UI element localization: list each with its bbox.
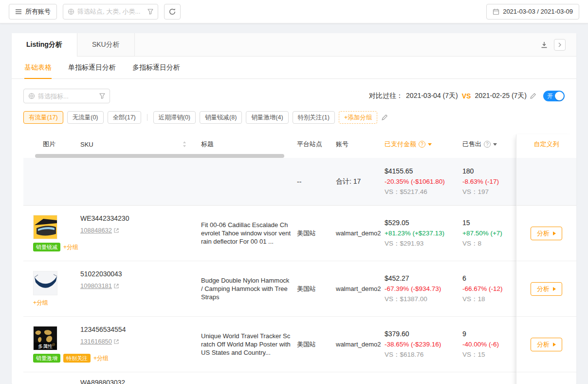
chip-stagnant[interactable]: 近期滞销(0)	[153, 111, 196, 124]
edit-groups-pencil-icon[interactable]	[381, 114, 388, 121]
chip-special-watch[interactable]: 特别关注(1)	[293, 111, 335, 124]
chip-sales-surge[interactable]: 销量激增(4)	[246, 111, 288, 124]
play-icon	[553, 287, 556, 291]
add-group-button[interactable]: +添加分组	[339, 111, 377, 124]
account-cell: walmart_demo2	[336, 341, 385, 348]
chip-no-traffic[interactable]: 无流量(0)	[67, 111, 104, 124]
listing-id: 109803181	[80, 282, 112, 289]
compare-toggle[interactable]: 开	[543, 91, 565, 101]
paid-vs: VS：$618.76	[385, 349, 462, 360]
header-paid-amount[interactable]: 已支付金额 ?	[385, 140, 462, 149]
sold-value: 15	[462, 218, 516, 228]
sort-icon[interactable]	[183, 141, 186, 147]
subtab-multi-metric-daily[interactable]: 多指标逐日分析	[132, 57, 180, 79]
help-icon: ?	[419, 141, 425, 148]
compare-period-current: 2021-03-04 (7天)	[406, 92, 458, 100]
paid-value: $379.60	[385, 329, 462, 339]
header-sku[interactable]: SKU	[80, 141, 201, 148]
header-sold-label: 已售出	[462, 140, 481, 149]
filter-icon	[99, 93, 105, 99]
row-badges: +分组	[33, 299, 48, 307]
paid-vs: VS：$291.93	[385, 238, 462, 249]
download-icon[interactable]	[540, 41, 548, 49]
toolbar-row: 对比过往： 2021-03-04 (7天) VS 2021-02-25 (7天)…	[12, 79, 576, 103]
account-cell: walmart_demo2	[336, 285, 385, 292]
header-paid-label: 已支付金额	[385, 140, 416, 149]
sold-change: -66.67% (-12)	[462, 284, 516, 294]
caret-down-icon[interactable]	[428, 143, 432, 146]
listing-id: 131616850	[80, 338, 112, 345]
chip-has-traffic[interactable]: 有流量(17)	[23, 111, 63, 124]
tab-listing-analysis[interactable]: Listing分析	[12, 33, 77, 56]
analyze-label: 分析	[537, 285, 550, 293]
listing-id-link[interactable]: 108848632	[80, 227, 119, 234]
subtab-basic-table[interactable]: 基础表格	[24, 57, 52, 79]
analyze-button[interactable]: 分析	[531, 227, 562, 240]
header-custom-columns[interactable]: 自定义列	[516, 134, 576, 154]
status-badge: 销量激增	[33, 354, 60, 363]
add-to-group-link[interactable]: +分组	[93, 354, 109, 363]
site-filter-input[interactable]	[63, 4, 158, 19]
tab-sku-analysis[interactable]: SKU分析	[77, 33, 135, 56]
metric-filter-field[interactable]	[38, 93, 96, 100]
main-card: Listing分析 SKU分析 基础表格 单指标逐日分析 多指标逐日分析	[12, 33, 576, 384]
analyze-button[interactable]: 分析	[531, 338, 562, 351]
summary-sold-metric: 180 -8.63% (-17) VS：197	[462, 166, 516, 197]
chevron-right-icon	[557, 42, 562, 47]
summary-account-total: 合计: 17	[336, 177, 385, 186]
analyze-label: 分析	[537, 229, 550, 238]
listing-id-link[interactable]: 109803181	[80, 282, 119, 289]
sold-value: 180	[462, 166, 516, 176]
refresh-button[interactable]	[164, 4, 181, 19]
menu-icon	[15, 9, 22, 15]
table-row: 多属性 销量激增 特别关注 +分组 123456534554 131616850	[23, 317, 516, 372]
product-image[interactable]	[33, 215, 57, 239]
chip-sales-drop[interactable]: 销量锐减(8)	[200, 111, 242, 124]
filter-icon	[147, 9, 153, 15]
globe-icon	[68, 8, 74, 15]
chip-all[interactable]: 全部(17)	[108, 111, 141, 124]
product-image[interactable]: 多属性	[33, 326, 57, 350]
toggle-on-label: 开	[547, 93, 553, 99]
external-link-icon	[114, 339, 119, 344]
sold-vs: VS：15	[462, 349, 516, 360]
sold-value: 9	[462, 329, 516, 339]
sold-vs: VS：197	[462, 187, 516, 197]
sku-value: 51022030043	[80, 270, 201, 278]
caret-down-icon[interactable]	[493, 143, 497, 146]
paid-value: $452.27	[385, 273, 462, 284]
sku-value: WE3442334230	[80, 214, 201, 222]
sold-change: -40.00% (-6)	[462, 339, 516, 349]
expand-button[interactable]	[554, 39, 566, 51]
tabbar-actions	[540, 33, 576, 56]
calendar-icon	[493, 8, 499, 15]
listing-title: Unique World Travel Tracker Scratch Off …	[201, 332, 291, 357]
sku-value: WA898803032	[80, 379, 201, 384]
header-sold[interactable]: 已售出 ?	[462, 140, 516, 149]
site-filter-field[interactable]	[77, 8, 145, 15]
tab-bar: Listing分析 SKU分析	[12, 33, 576, 57]
add-to-group-link[interactable]: +分组	[33, 299, 48, 307]
table-row: WA898803032	[23, 372, 516, 384]
summary-site: --	[297, 178, 336, 186]
subtab-single-metric-daily[interactable]: 单指标逐日分析	[68, 57, 116, 79]
scrollbar-thumb[interactable]	[35, 154, 284, 158]
tab-sku-label: SKU分析	[92, 40, 120, 49]
summary-paid-metric: $4155.65 -20.35% (-$1061.80) VS：$5217.46	[385, 166, 462, 197]
date-range-label: 2021-03-03 / 2021-03-09	[503, 8, 573, 15]
site-cell: 美国站	[297, 229, 336, 238]
product-image[interactable]	[33, 271, 57, 295]
sku-cell: 123456534554 131616850	[80, 317, 201, 345]
product-cell: +分组	[23, 271, 80, 307]
listing-id-link[interactable]: 131616850	[80, 338, 119, 345]
site-cell: 美国站	[297, 285, 336, 293]
metric-filter-input[interactable]	[23, 89, 110, 103]
sold-change: +87.50% (+7)	[462, 228, 516, 238]
edit-pencil-icon[interactable]	[530, 93, 536, 99]
table-row: 销量锐减 +分组 WE3442334230 108848632	[23, 206, 516, 261]
site-cell: 美国站	[297, 340, 336, 349]
all-accounts-button[interactable]: 所有账号	[9, 4, 57, 19]
date-range-button[interactable]: 2021-03-03 / 2021-03-09	[486, 4, 579, 19]
add-to-group-link[interactable]: +分组	[63, 243, 78, 251]
analyze-button[interactable]: 分析	[531, 282, 562, 296]
